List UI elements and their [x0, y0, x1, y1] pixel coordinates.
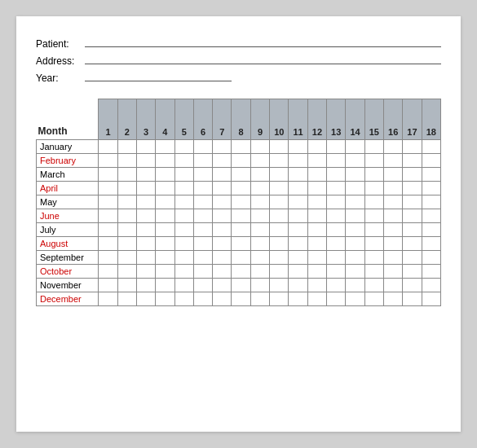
data-cell[interactable]: [250, 237, 269, 251]
data-cell[interactable]: [136, 265, 155, 279]
data-cell[interactable]: [327, 140, 346, 154]
data-cell[interactable]: [364, 237, 383, 251]
data-cell[interactable]: [193, 140, 212, 154]
data-cell[interactable]: [136, 195, 155, 209]
data-cell[interactable]: [364, 251, 383, 265]
data-cell[interactable]: [270, 237, 289, 251]
data-cell[interactable]: [174, 237, 193, 251]
data-cell[interactable]: [136, 168, 155, 182]
data-cell[interactable]: [364, 154, 383, 168]
data-cell[interactable]: [136, 251, 155, 265]
data-cell[interactable]: [270, 223, 289, 237]
data-cell[interactable]: [346, 140, 364, 154]
data-cell[interactable]: [346, 251, 364, 265]
data-cell[interactable]: [117, 168, 136, 182]
data-cell[interactable]: [99, 182, 117, 195]
data-cell[interactable]: [383, 223, 402, 237]
data-cell[interactable]: [346, 292, 364, 306]
data-cell[interactable]: [213, 195, 232, 209]
data-cell[interactable]: [327, 168, 346, 182]
data-cell[interactable]: [289, 209, 307, 223]
data-cell[interactable]: [383, 168, 402, 182]
data-cell[interactable]: [364, 279, 383, 292]
data-cell[interactable]: [307, 237, 326, 251]
data-cell[interactable]: [213, 292, 232, 306]
data-cell[interactable]: [307, 195, 326, 209]
data-cell[interactable]: [193, 168, 212, 182]
data-cell[interactable]: [383, 182, 402, 195]
data-cell[interactable]: [289, 223, 307, 237]
data-cell[interactable]: [422, 265, 440, 279]
data-cell[interactable]: [213, 182, 232, 195]
data-cell[interactable]: [136, 182, 155, 195]
data-cell[interactable]: [232, 223, 250, 237]
data-cell[interactable]: [327, 251, 346, 265]
data-cell[interactable]: [99, 265, 117, 279]
data-cell[interactable]: [193, 182, 212, 195]
data-cell[interactable]: [307, 223, 326, 237]
data-cell[interactable]: [117, 154, 136, 168]
data-cell[interactable]: [117, 279, 136, 292]
data-cell[interactable]: [403, 182, 422, 195]
data-cell[interactable]: [156, 154, 174, 168]
data-cell[interactable]: [307, 279, 326, 292]
data-cell[interactable]: [99, 140, 117, 154]
data-cell[interactable]: [364, 168, 383, 182]
data-cell[interactable]: [307, 140, 326, 154]
data-cell[interactable]: [289, 265, 307, 279]
data-cell[interactable]: [307, 182, 326, 195]
data-cell[interactable]: [156, 237, 174, 251]
data-cell[interactable]: [383, 154, 402, 168]
data-cell[interactable]: [346, 279, 364, 292]
data-cell[interactable]: [403, 168, 422, 182]
data-cell[interactable]: [232, 182, 250, 195]
data-cell[interactable]: [364, 209, 383, 223]
data-cell[interactable]: [364, 292, 383, 306]
data-cell[interactable]: [327, 209, 346, 223]
data-cell[interactable]: [136, 279, 155, 292]
data-cell[interactable]: [99, 195, 117, 209]
data-cell[interactable]: [136, 154, 155, 168]
data-cell[interactable]: [364, 223, 383, 237]
data-cell[interactable]: [346, 237, 364, 251]
data-cell[interactable]: [289, 279, 307, 292]
data-cell[interactable]: [156, 140, 174, 154]
data-cell[interactable]: [289, 195, 307, 209]
data-cell[interactable]: [232, 251, 250, 265]
data-cell[interactable]: [232, 265, 250, 279]
data-cell[interactable]: [422, 223, 440, 237]
data-cell[interactable]: [174, 279, 193, 292]
data-cell[interactable]: [193, 265, 212, 279]
data-cell[interactable]: [422, 154, 440, 168]
data-cell[interactable]: [136, 209, 155, 223]
data-cell[interactable]: [99, 223, 117, 237]
data-cell[interactable]: [270, 182, 289, 195]
data-cell[interactable]: [156, 209, 174, 223]
data-cell[interactable]: [346, 223, 364, 237]
address-input[interactable]: [85, 53, 441, 64]
data-cell[interactable]: [383, 292, 402, 306]
data-cell[interactable]: [346, 195, 364, 209]
data-cell[interactable]: [250, 154, 269, 168]
data-cell[interactable]: [307, 209, 326, 223]
data-cell[interactable]: [383, 265, 402, 279]
data-cell[interactable]: [422, 182, 440, 195]
data-cell[interactable]: [346, 209, 364, 223]
data-cell[interactable]: [270, 154, 289, 168]
data-cell[interactable]: [99, 168, 117, 182]
data-cell[interactable]: [174, 168, 193, 182]
data-cell[interactable]: [232, 237, 250, 251]
data-cell[interactable]: [213, 251, 232, 265]
data-cell[interactable]: [213, 168, 232, 182]
data-cell[interactable]: [174, 223, 193, 237]
data-cell[interactable]: [193, 279, 212, 292]
data-cell[interactable]: [213, 279, 232, 292]
data-cell[interactable]: [383, 279, 402, 292]
data-cell[interactable]: [383, 195, 402, 209]
data-cell[interactable]: [327, 265, 346, 279]
data-cell[interactable]: [99, 209, 117, 223]
data-cell[interactable]: [193, 223, 212, 237]
data-cell[interactable]: [403, 279, 422, 292]
data-cell[interactable]: [156, 251, 174, 265]
data-cell[interactable]: [403, 209, 422, 223]
